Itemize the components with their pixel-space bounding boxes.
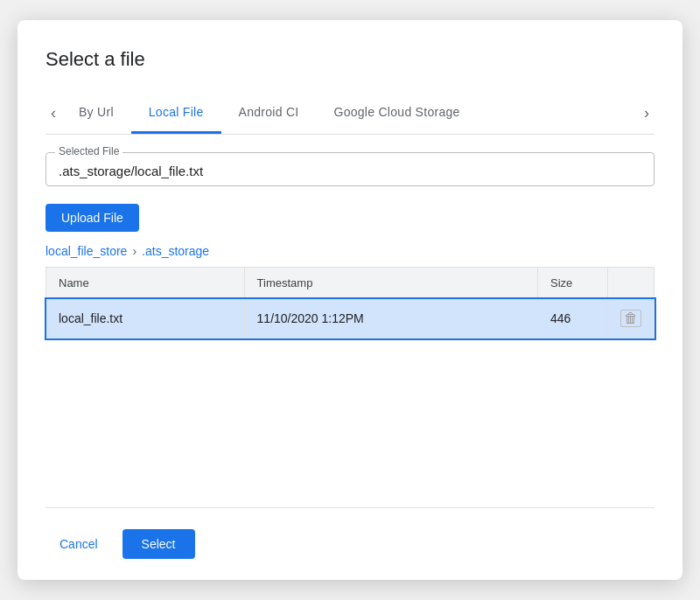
tab-left-arrow[interactable]: ‹ <box>46 92 61 134</box>
col-header-timestamp: Timestamp <box>244 268 537 299</box>
delete-icon[interactable]: 🗑 <box>620 310 641 327</box>
breadcrumb-separator: › <box>132 244 136 258</box>
tab-by-url[interactable]: By Url <box>61 93 131 134</box>
tab-right-arrow[interactable]: › <box>639 92 654 134</box>
cell-timestamp: 11/10/2020 1:12PM <box>244 299 537 338</box>
dialog-title: Select a file <box>46 48 654 71</box>
content-area: Selected File .ats_storage/local_file.tx… <box>46 135 654 507</box>
breadcrumb-root[interactable]: local_file_store <box>46 244 127 258</box>
dialog: Select a file ‹ By Url Local File Androi… <box>18 20 682 580</box>
table-header-row: Name Timestamp Size <box>46 268 654 299</box>
cell-action: 🗑 <box>608 299 654 338</box>
select-button[interactable]: Select <box>122 529 195 559</box>
tab-local-file[interactable]: Local File <box>131 93 221 134</box>
tab-android-ci[interactable]: Android CI <box>221 93 317 134</box>
cancel-button[interactable]: Cancel <box>46 529 112 559</box>
col-header-size: Size <box>538 268 608 299</box>
tabs: By Url Local File Android CI Google Clou… <box>61 93 639 133</box>
tabs-container: ‹ By Url Local File Android CI Google Cl… <box>46 92 654 135</box>
footer: Cancel Select <box>46 507 654 559</box>
cell-name: local_file.txt <box>46 299 245 338</box>
upload-file-button[interactable]: Upload File <box>46 204 139 232</box>
col-header-name: Name <box>46 268 245 299</box>
cell-size: 446 <box>538 299 608 338</box>
tab-google-cloud-storage[interactable]: Google Cloud Storage <box>316 93 477 134</box>
breadcrumb: local_file_store › .ats_storage <box>46 244 654 258</box>
selected-file-label: Selected File <box>55 145 122 157</box>
file-table: Name Timestamp Size local_file.txt11/10/… <box>46 267 654 338</box>
selected-file-value: .ats_storage/local_file.txt <box>59 164 641 178</box>
table-row[interactable]: local_file.txt11/10/2020 1:12PM446🗑 <box>46 299 654 338</box>
breadcrumb-current[interactable]: .ats_storage <box>142 244 209 258</box>
col-header-action <box>608 268 654 299</box>
selected-file-field: Selected File .ats_storage/local_file.tx… <box>46 152 654 186</box>
